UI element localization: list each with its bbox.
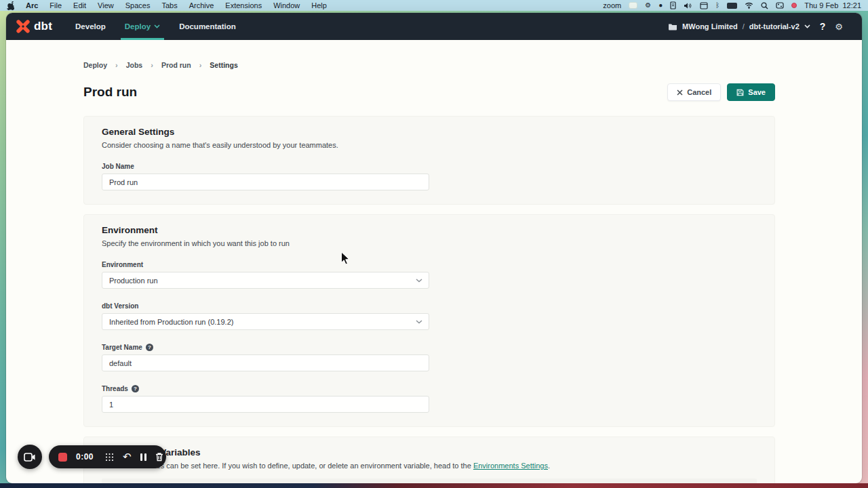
search-icon[interactable] (761, 1, 768, 9)
dots-grid-icon (105, 453, 114, 462)
threads-label: Threads (102, 385, 128, 392)
account-name: MWong Limited (682, 22, 738, 30)
chevron-down-icon (154, 24, 160, 28)
dbt-version-label: dbt Version (102, 302, 138, 310)
environment-select[interactable]: Production run (102, 272, 429, 289)
recording-dot-icon[interactable] (791, 1, 797, 9)
general-settings-description: Consider choosing a name that's easily u… (102, 141, 757, 149)
dbt-logo-icon (14, 18, 32, 35)
page-title: Prod run (83, 85, 137, 100)
close-icon (677, 89, 683, 96)
breadcrumb-prod-run[interactable]: Prod run (161, 61, 191, 69)
macos-menubar: Arc File Edit View Spaces Tabs Archive E… (0, 0, 868, 11)
save-button[interactable]: Save (727, 83, 775, 101)
help-button[interactable]: ? (820, 21, 826, 32)
environment-variables-table: Inherited Value Job Override (102, 479, 757, 483)
dbt-logo[interactable]: dbt (14, 18, 52, 35)
chevron-down-icon (416, 320, 422, 324)
pointer-grid-button[interactable] (105, 451, 114, 462)
nav-deploy[interactable]: Deploy (121, 13, 164, 40)
environment-variables-description: Job-level overrides can be set here. If … (102, 462, 757, 470)
doc-status-icon[interactable] (670, 1, 676, 9)
menubar-item-help[interactable]: Help (311, 1, 327, 9)
undo-button[interactable]: ↶ (123, 451, 132, 462)
job-name-input[interactable] (102, 174, 429, 190)
job-name-label: Job Name (102, 163, 134, 170)
browser-window: dbt Develop Deploy Documentation MWong L… (6, 13, 862, 483)
general-settings-card: General Settings Consider choosing a nam… (83, 116, 775, 205)
environment-card: Environment Specify the environment in w… (83, 214, 775, 427)
stop-recording-button[interactable] (58, 453, 67, 462)
dbt-version-select[interactable]: Inherited from Production run (0.19.2) (102, 313, 429, 330)
desktop-bottom-edge (0, 483, 868, 488)
breadcrumb-separator: › (151, 61, 153, 69)
cancel-button[interactable]: Cancel (667, 83, 721, 101)
settings-gear-button[interactable]: ⚙ (835, 22, 843, 32)
environment-variables-title: Environment Variables (102, 447, 757, 458)
video-camera-icon (24, 453, 36, 462)
breadcrumb-settings: Settings (210, 61, 237, 69)
menubar-item-spaces[interactable]: Spaces (125, 1, 151, 9)
recording-timer: 0:00 (76, 452, 94, 462)
gear-status-icon[interactable]: ⚙ (645, 1, 651, 9)
desktop-background: Arc File Edit View Spaces Tabs Archive E… (0, 0, 868, 488)
menubar-item-window[interactable]: Window (273, 1, 300, 9)
window-status-icon[interactable] (700, 1, 708, 9)
target-name-input[interactable] (102, 354, 429, 371)
account-project-selector[interactable]: MWong Limited / dbt-tutorial-v2 (668, 22, 810, 30)
threads-input[interactable] (102, 396, 429, 413)
trash-icon (155, 452, 163, 462)
dbt-navbar: dbt Develop Deploy Documentation MWong L… (6, 13, 862, 40)
environments-settings-link[interactable]: Environments Settings (473, 462, 548, 470)
target-name-label: Target Name (102, 344, 142, 351)
menubar-item-view[interactable]: View (98, 1, 114, 9)
battery-icon[interactable] (727, 1, 737, 9)
bluetooth-icon[interactable]: ᛒ (715, 1, 719, 9)
chevron-down-icon (804, 24, 810, 28)
breadcrumb-separator: › (115, 61, 118, 69)
recording-toolbar: 0:00 ↶ (49, 445, 166, 468)
menubar-clock[interactable]: Thu 9 Feb 12:21 (804, 1, 861, 9)
nav-documentation[interactable]: Documentation (175, 13, 240, 40)
brand-name: dbt (34, 20, 52, 33)
project-name: dbt-tutorial-v2 (749, 22, 800, 30)
apple-icon[interactable] (7, 1, 14, 9)
pause-button[interactable] (140, 451, 146, 462)
menubar-item-extensions[interactable]: Extensions (225, 1, 262, 9)
account-separator: / (743, 22, 745, 30)
menubar-app-name[interactable]: Arc (26, 1, 38, 9)
environment-variables-card: Environment Variables Job-level override… (83, 436, 775, 483)
menubar-item-file[interactable]: File (50, 1, 62, 9)
volume-icon[interactable] (684, 1, 692, 9)
save-disk-icon (736, 89, 744, 96)
environment-label: Environment (102, 261, 143, 268)
screenshare-icon[interactable] (629, 1, 637, 9)
menubar-item-edit[interactable]: Edit (73, 1, 86, 9)
environment-description: Specify the environment in which you wan… (102, 239, 757, 247)
threads-help-icon[interactable]: ? (132, 385, 139, 392)
target-name-help-icon[interactable]: ? (146, 344, 153, 351)
menubar-item-tabs[interactable]: Tabs (161, 1, 177, 9)
breadcrumb: Deploy › Jobs › Prod run › Settings (83, 61, 775, 69)
environment-title: Environment (102, 225, 757, 235)
delete-recording-button[interactable] (155, 451, 163, 462)
general-settings-title: General Settings (102, 127, 757, 137)
zoom-menubar-label[interactable]: zoom (603, 1, 621, 9)
chevron-down-icon (416, 279, 422, 283)
nav-develop[interactable]: Develop (71, 13, 110, 40)
page-body: Deploy › Jobs › Prod run › Settings Prod… (6, 40, 862, 483)
folder-icon (668, 23, 677, 30)
breadcrumb-separator: › (199, 61, 202, 69)
wifi-icon[interactable] (745, 1, 753, 9)
status-circle-icon[interactable]: ● (658, 1, 663, 9)
menubar-item-archive[interactable]: Archive (189, 1, 214, 9)
control-center-icon[interactable] (776, 1, 784, 9)
breadcrumb-deploy[interactable]: Deploy (83, 61, 107, 69)
camera-button[interactable] (18, 445, 42, 469)
breadcrumb-jobs[interactable]: Jobs (126, 61, 143, 69)
